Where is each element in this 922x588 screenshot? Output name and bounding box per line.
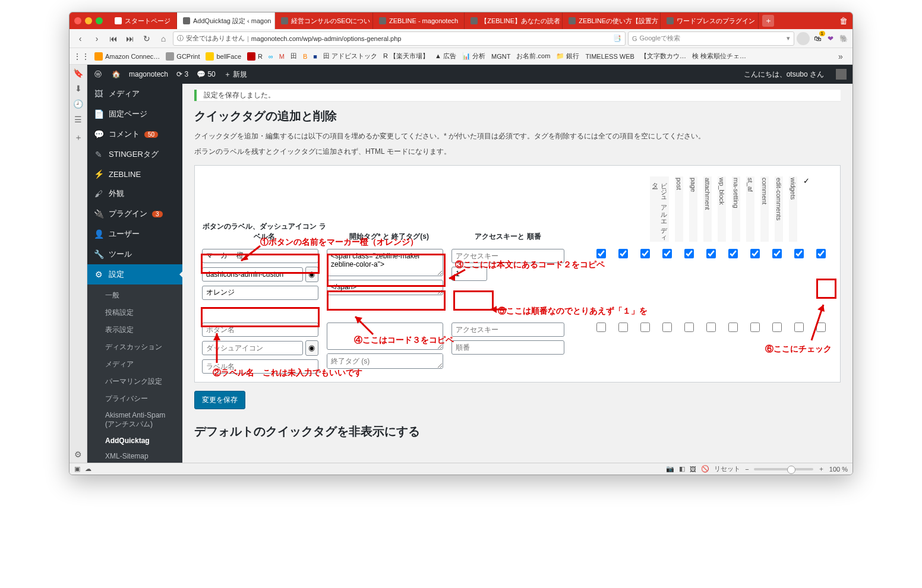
bm-r[interactable]: R <box>247 52 263 61</box>
menu-settings[interactable]: ⚙設定 <box>87 264 182 284</box>
submenu-xmlsitemap[interactable]: XML-Sitemap <box>87 448 182 463</box>
dashicon-input-2[interactable] <box>202 341 303 355</box>
menu-comments[interactable]: 💬コメント50 <box>87 124 182 144</box>
evernote-icon[interactable]: 🐘 <box>838 33 849 44</box>
dashicon-picker[interactable]: ◉ <box>305 267 319 282</box>
maximize-window[interactable] <box>96 17 103 24</box>
submenu-privacy[interactable]: プライバシー <box>87 390 182 407</box>
label-name-input[interactable] <box>202 286 318 300</box>
check-widgets[interactable] <box>794 249 804 258</box>
check-post[interactable] <box>618 249 628 258</box>
bm-onamae[interactable]: お名前.com <box>516 52 550 61</box>
check-attachment-2[interactable] <box>662 323 672 332</box>
submenu-writing[interactable]: 投稿設定 <box>87 304 182 321</box>
new-tab-button[interactable]: ＋ <box>762 15 774 27</box>
tab-zebline-usage[interactable]: ZEBLINEの使い方【設置方 <box>563 12 661 29</box>
bm-adobestock[interactable]: 田 アドビストック <box>323 52 377 61</box>
bm-loop[interactable]: ∞ <box>269 53 273 60</box>
zoom-slider[interactable] <box>754 468 813 470</box>
check-editcomments-2[interactable] <box>772 323 782 332</box>
fastforward-button[interactable]: ⏭ <box>123 31 137 46</box>
submenu-discussion[interactable]: ディスカッション <box>87 339 182 356</box>
start-tag-input[interactable]: <span class="zebline-maker zebline-color… <box>327 249 443 276</box>
menu-appearance[interactable]: 🖌外観 <box>87 184 182 204</box>
check-all[interactable] <box>816 249 826 258</box>
menu-plugins[interactable]: 🔌プラグイン3 <box>87 204 182 224</box>
bm-mgnt[interactable]: MGNT <box>491 53 510 60</box>
crop-icon[interactable]: ◧ <box>679 465 685 473</box>
gear-icon[interactable]: ⚙ <box>74 450 82 459</box>
home-button[interactable]: ⌂ <box>156 31 170 46</box>
bm-amazon[interactable]: Amazon Connec… <box>94 52 160 61</box>
updates-icon[interactable]: ⟳ 3 <box>176 70 188 78</box>
tab-startpage[interactable]: ▦スタートページ <box>109 12 177 29</box>
sync-icon[interactable]: ☁ <box>85 465 91 473</box>
check-wpblock[interactable] <box>684 249 694 258</box>
extension-badge[interactable]: 🛍1 <box>812 33 823 44</box>
check-editcomments[interactable] <box>772 249 782 258</box>
forward-button[interactable]: › <box>90 31 104 46</box>
bm-rankcheck[interactable]: 検 検索順位チェ… <box>692 52 746 61</box>
tab-addquicktag[interactable]: AddQuicktag 設定 ‹ magon <box>177 12 275 29</box>
bm-timeless[interactable]: TIMELESS WEB <box>585 53 634 60</box>
bm-grid[interactable]: 田 <box>291 52 297 61</box>
menu-media[interactable]: 🖼メディア <box>87 84 182 104</box>
picture-icon[interactable]: 🖼 <box>690 466 696 473</box>
dashicon-input[interactable] <box>202 267 303 282</box>
bm-bank[interactable]: 📁 銀行 <box>556 52 579 61</box>
order-input[interactable] <box>451 267 487 281</box>
accesskey-input-2[interactable] <box>451 323 564 337</box>
profile-avatar[interactable] <box>797 32 810 45</box>
check-visual-2[interactable] <box>596 323 606 332</box>
check-attachment[interactable] <box>662 249 672 258</box>
bm-charcount[interactable]: 【文字数カウ… <box>640 52 686 61</box>
block-icon[interactable]: 🚫 <box>701 465 709 473</box>
check-page[interactable] <box>640 249 650 258</box>
bm-gcprint[interactable]: GCPrint <box>166 52 200 61</box>
bm-gmail[interactable]: M <box>279 53 285 60</box>
history-icon[interactable]: 🕘 <box>73 99 83 109</box>
add-panel[interactable]: ＋ <box>74 132 83 143</box>
bm-analytics[interactable]: 📊 分析 <box>462 52 485 61</box>
bookmark-icon[interactable]: 🔖 <box>73 68 83 78</box>
check-masetting[interactable] <box>706 249 716 258</box>
download-icon[interactable]: ⬇ <box>75 84 82 93</box>
label-name-input-2[interactable] <box>202 359 318 374</box>
comments-icon[interactable]: 💬 50 <box>197 70 216 78</box>
check-visual[interactable] <box>596 249 606 258</box>
submenu-reading[interactable]: 表示設定 <box>87 321 182 339</box>
new-button[interactable]: ＋ 新規 <box>224 69 247 80</box>
home-icon[interactable]: 🏠 <box>111 69 121 79</box>
bm-bellface[interactable]: bellFace <box>206 52 241 61</box>
site-name[interactable]: magonotech <box>129 70 168 78</box>
check-wpblock-2[interactable] <box>684 323 694 332</box>
button-label-input-2[interactable] <box>202 323 318 337</box>
bm-ads[interactable]: ▲ 広告 <box>435 52 456 61</box>
check-post-2[interactable] <box>618 323 628 332</box>
bm-sq[interactable]: ■ <box>313 53 317 60</box>
end-tag-input[interactable]: </span> <box>327 280 443 295</box>
check-page-2[interactable] <box>640 323 650 332</box>
tab-seo[interactable]: 経営コンサルのSEOについ <box>275 12 373 29</box>
bm-b[interactable]: B <box>303 53 307 60</box>
save-button[interactable]: 変更を保存 <box>194 391 245 409</box>
check-widgets-2[interactable] <box>794 323 804 332</box>
accesskey-input[interactable] <box>451 249 564 263</box>
check-comment[interactable] <box>750 249 760 258</box>
check-staf-2[interactable] <box>728 323 738 332</box>
bm-rakuten[interactable]: R 【楽天市場】 <box>383 52 429 61</box>
order-input-2[interactable] <box>451 340 564 355</box>
check-all-2[interactable] <box>816 323 826 332</box>
tab-wp-plugin[interactable]: ワードプレスのプラグイン <box>661 12 759 29</box>
panel-icon[interactable]: ▣ <box>74 465 80 473</box>
tab-zebline[interactable]: ZEBLINE - magonotech <box>373 12 465 29</box>
start-tag-input-2[interactable] <box>327 323 443 350</box>
menu-tools[interactable]: 🔧ツール <box>87 244 182 264</box>
submenu-permalink[interactable]: パーマリンク設定 <box>87 373 182 390</box>
search-field[interactable]: G Googleで検索 ▾ <box>628 31 794 46</box>
close-window[interactable] <box>74 17 81 24</box>
reload-button[interactable]: ↻ <box>140 31 154 46</box>
check-masetting-2[interactable] <box>706 323 716 332</box>
tabs-icon[interactable]: ☰ <box>74 115 82 124</box>
dashicon-picker-2[interactable]: ◉ <box>305 340 319 356</box>
